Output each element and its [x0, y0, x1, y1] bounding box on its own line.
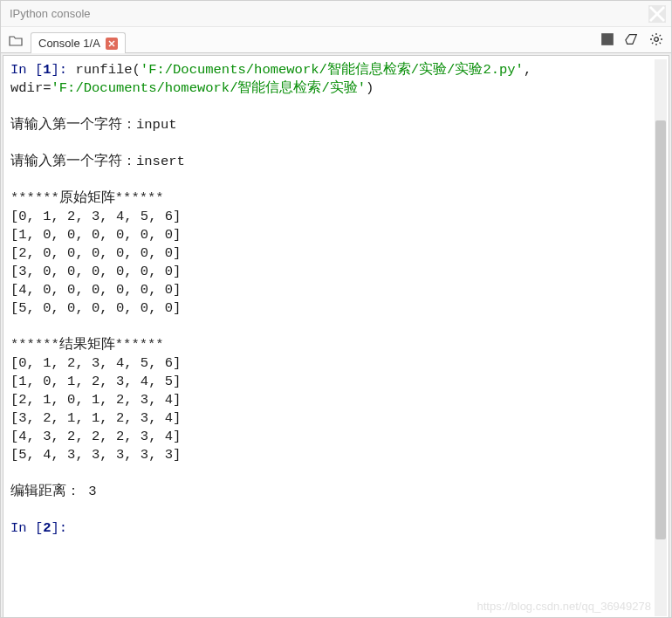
- console-pane: In [1]: runfile('F:/Documents/homework/智…: [3, 55, 669, 618]
- tab-bar: Console 1/A: [1, 27, 671, 53]
- scrollbar[interactable]: [655, 59, 667, 616]
- erase-icon[interactable]: [624, 31, 640, 47]
- matrix1-row: [0, 1, 2, 3, 4, 5, 6]: [10, 209, 181, 224]
- input-prompt-1: 请输入第一个字符：input: [10, 117, 177, 133]
- svg-rect-0: [601, 33, 614, 45]
- tab-label: Console 1/A: [38, 37, 100, 50]
- scrollbar-thumb[interactable]: [655, 120, 666, 539]
- title-bar: IPython console: [1, 1, 671, 27]
- matrix2-row: [0, 1, 2, 3, 4, 5, 6]: [10, 355, 181, 371]
- matrix2-row: [1, 0, 1, 2, 3, 4, 5]: [10, 374, 181, 389]
- matrix-header-1: ******原始矩阵******: [10, 190, 164, 206]
- matrix2-row: [3, 2, 1, 1, 2, 3, 4]: [10, 410, 181, 426]
- console-tab[interactable]: Console 1/A: [31, 32, 126, 53]
- tab-close-icon[interactable]: [106, 38, 118, 50]
- matrix2-row: [4, 3, 2, 2, 2, 3, 4]: [10, 429, 181, 444]
- matrix1-row: [2, 0, 0, 0, 0, 0, 0]: [10, 245, 181, 261]
- console-output[interactable]: In [1]: runfile('F:/Documents/homework/智…: [3, 56, 669, 618]
- matrix-header-2: ******结果矩阵******: [10, 337, 164, 353]
- edit-distance-result: 编辑距离： 3: [10, 484, 97, 499]
- matrix1-row: [4, 0, 0, 0, 0, 0, 0]: [10, 282, 181, 298]
- matrix1-row: [1, 0, 0, 0, 0, 0, 0]: [10, 227, 181, 243]
- window-close-button[interactable]: [648, 5, 666, 23]
- runfile-call: runfile(: [75, 62, 140, 78]
- wdir-label: wdir=: [10, 80, 51, 96]
- matrix2-row: [5, 4, 3, 3, 3, 3, 3]: [10, 447, 181, 463]
- gear-icon[interactable]: [648, 31, 664, 47]
- script-path: 'F:/Documents/homework/智能信息检索/实验/实验2.py': [141, 62, 524, 78]
- in-prompt: In [1]:: [10, 62, 75, 78]
- wdir-path: 'F:/Documents/homework/智能信息检索/实验': [51, 80, 367, 96]
- browse-tabs-button[interactable]: [6, 31, 25, 50]
- matrix2-row: [2, 1, 0, 1, 2, 3, 4]: [10, 392, 181, 408]
- stop-icon[interactable]: [600, 31, 615, 47]
- matrix1-row: [3, 0, 0, 0, 0, 0, 0]: [10, 264, 181, 279]
- in-prompt-2: In [2]:: [10, 520, 75, 536]
- window-title: IPython console: [10, 7, 91, 20]
- svg-point-1: [655, 38, 659, 42]
- toolbar: [600, 31, 664, 47]
- matrix1-row: [5, 0, 0, 0, 0, 0, 0]: [10, 300, 181, 316]
- input-prompt-2: 请输入第一个字符：insert: [10, 154, 185, 169]
